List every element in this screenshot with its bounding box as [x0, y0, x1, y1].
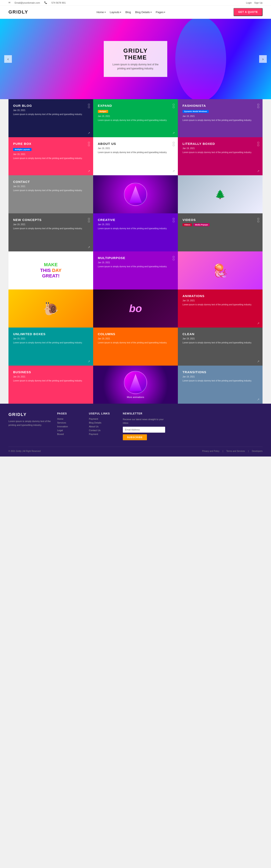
cell-new-concepts[interactable]: NEW CONCEPTS Jan 19, 2021 Lorem ipsum is…: [8, 213, 93, 251]
cell-image-glow[interactable]: More animations: [93, 366, 178, 404]
cell-image-neon[interactable]: bo: [93, 289, 178, 328]
cell-animations[interactable]: ANIMATIONS Jan 19, 2021 Lorem ipsum is s…: [178, 289, 263, 328]
cell-badge: Multiple Layouts: [13, 148, 31, 151]
cell-text: Lorem ipsum is simply dummy text of the …: [183, 119, 258, 122]
icon-dot: [88, 142, 90, 144]
cell-icons: [258, 142, 259, 146]
cell-multipurpose[interactable]: MULTIPURPOSE Jan 19, 2021 Lorem ipsum is…: [93, 251, 178, 289]
cell-text: Lorem ipsum is simply dummy text of the …: [13, 113, 88, 116]
cell-date: Jan 19, 2021: [13, 109, 88, 112]
cell-pure-box[interactable]: PURE BOX Multiple Layouts Jan 19, 2021 L…: [8, 137, 93, 175]
footer-page-legal[interactable]: Legal: [57, 429, 83, 432]
icon-dot: [173, 106, 174, 108]
footer-newsletter-desc: Recieve our latest news straight to your…: [123, 417, 165, 425]
cell-date: Jan 19, 2021: [13, 153, 88, 155]
cell-columns[interactable]: COLUMNS Jan 19, 2021 Lorem ipsum is simp…: [93, 328, 178, 366]
footer-page-boxed[interactable]: Boxed: [57, 433, 83, 435]
make-day-text: MAKE THIS DAY GREAT!: [40, 262, 62, 279]
nav: GRIDLY Home ▾ Layouts ▾ Blog Blog Detail…: [0, 5, 271, 19]
cell-transitions[interactable]: TRANSITIONS Jan 19, 2021 Lorem ipsum is …: [178, 366, 263, 404]
login-link[interactable]: Login: [246, 1, 252, 4]
footer-link-blog-details[interactable]: Blog Details: [89, 422, 116, 424]
footer-page-services[interactable]: Services: [57, 422, 83, 424]
cell-text: Lorem ipsum is simply dummy text of the …: [13, 379, 88, 382]
cell-text: Lorem ipsum is simply dummy text of the …: [183, 303, 258, 306]
developers-link[interactable]: Developers: [252, 450, 263, 452]
phone-text: 574 5678 901: [51, 1, 65, 4]
expand-arrow-icon: ↗: [88, 360, 90, 363]
get-quote-button[interactable]: GET A QUOTE: [234, 8, 263, 16]
nav-blog-details[interactable]: Blog Details ▾: [135, 10, 152, 14]
cell-date: Jan 19, 2021: [183, 300, 258, 302]
signup-link[interactable]: Sign Up: [254, 1, 263, 4]
footer-link-payment2[interactable]: Payment: [89, 433, 116, 435]
cell-text: Lorem ipsum is simply dummy text of the …: [98, 341, 173, 344]
footer-link-contact[interactable]: Contact Us: [89, 429, 116, 432]
footer-grid: GRIDLY Lorem ipsum is simply dummy text …: [8, 412, 263, 440]
email-text: Email@yourdomain.com: [15, 1, 40, 4]
footer-link-payment[interactable]: Payment: [89, 417, 116, 420]
hero-next-button[interactable]: ›: [259, 55, 267, 63]
grid-section: OUR BLOG Jan 19, 2021 Lorem ipsum is sim…: [0, 99, 271, 404]
subscribe-button[interactable]: SUBSCRIBE: [123, 434, 147, 440]
cell-image-circle[interactable]: [93, 175, 178, 213]
cell-date: Jan 19, 2021: [183, 115, 258, 117]
cell-date: Jan 19, 2021: [183, 375, 258, 378]
cell-videos[interactable]: VIDEOS Videos Media Popups: [178, 213, 263, 251]
cell-image-jellyfish[interactable]: 🪼: [178, 251, 263, 289]
footer-logo: GRIDLY: [8, 412, 51, 417]
footer-pages-col: PAGES Home Services Innovation Legal Box…: [57, 412, 83, 440]
nav-home[interactable]: Home ▾: [97, 10, 106, 14]
expand-arrow-icon: ↗: [88, 246, 90, 249]
cell-title: BUSINESS: [13, 370, 88, 374]
cell-image-forest[interactable]: 🌲: [178, 175, 263, 213]
footer: GRIDLY Lorem ipsum is simply dummy text …: [0, 404, 271, 457]
expand-arrow-icon: ↗: [88, 169, 90, 173]
cell-date: Jan 19, 2021: [98, 223, 173, 226]
footer-link-about[interactable]: About Us: [89, 425, 116, 428]
cell-our-blog[interactable]: OUR BLOG Jan 19, 2021 Lorem ipsum is sim…: [8, 99, 93, 137]
tree-shape: [129, 374, 142, 391]
top-bar: ✉ Email@yourdomain.com 📞 574 5678 901 Lo…: [0, 0, 271, 5]
cell-icons: [88, 104, 90, 108]
footer-page-innovation[interactable]: Innovation: [57, 425, 83, 428]
cell-icons: [173, 104, 174, 108]
cell-badge: Dynamic Modal Windows: [183, 110, 209, 113]
cell-text: Lorem ipsum is simply dummy text of the …: [183, 341, 258, 344]
icon-dot: [173, 221, 174, 222]
cell-image-make-day[interactable]: MAKE THIS DAY GREAT!: [8, 251, 93, 289]
cell-image-snail[interactable]: 🐌: [8, 289, 93, 328]
top-bar-right: Login Sign Up: [246, 1, 263, 4]
privacy-policy-link[interactable]: Privacy and Policy: [202, 450, 220, 452]
nav-layouts[interactable]: Layouts ▾: [110, 10, 121, 14]
newsletter-email-input[interactable]: [123, 427, 165, 433]
cell-literally-boxed[interactable]: LITERALLY BOXED Jan 19, 2021 Lorem ipsum…: [178, 137, 263, 175]
cell-fashionista[interactable]: FASHIONISTA Dynamic Modal Windows Jan 19…: [178, 99, 263, 137]
nav-pages[interactable]: Pages ▾: [156, 10, 165, 14]
cell-expand[interactable]: EXPAND Badges Jan 19, 2021 Lorem ipsum i…: [93, 99, 178, 137]
cell-about-us[interactable]: ABOUT US Jan 19, 2021 Lorem ipsum is sim…: [93, 137, 178, 175]
cell-unlimited-boxes[interactable]: UNLIMITED BOXES Jan 19, 2021 Lorem ipsum…: [8, 328, 93, 366]
hero-prev-button[interactable]: ‹: [4, 55, 12, 63]
purple-glow-image: More animations: [93, 366, 178, 404]
cell-icons: [258, 218, 259, 222]
cell-text: Lorem ipsum is simply dummy text of the …: [98, 227, 173, 230]
footer-page-home[interactable]: Home: [57, 417, 83, 420]
cell-clean[interactable]: CLEAN Jan 19, 2021 Lorem ipsum is simply…: [178, 328, 263, 366]
nav-blog[interactable]: Blog: [125, 10, 131, 14]
cell-date: Jan 19, 2021: [13, 375, 88, 378]
cell-business[interactable]: BUSINESS Jan 19, 2021 Lorem ipsum is sim…: [8, 366, 93, 404]
terms-link[interactable]: Terms and Services: [226, 450, 245, 452]
nav-logo: GRIDLY: [8, 9, 28, 15]
footer-bottom: © 2021 Gridly | All Right Reserved Priva…: [8, 446, 263, 452]
cell-contact[interactable]: CONTACT Jan 19, 2021 Lorem ipsum is simp…: [8, 175, 93, 213]
circle-inner: [124, 183, 147, 206]
cell-badge: Badges: [98, 110, 108, 113]
cell-date: Jan 19, 2021: [13, 338, 88, 340]
footer-links-title: USEFUL LINKS: [89, 412, 116, 415]
cell-creative[interactable]: CREATIVE Jan 19, 2021 Lorem ipsum is sim…: [93, 213, 178, 251]
cell-title: FASHIONISTA: [183, 104, 258, 107]
jellyfish-image: 🪼: [178, 251, 263, 289]
glow-caption: More animations: [124, 396, 147, 398]
cell-date: Jan 19, 2021: [183, 338, 258, 340]
